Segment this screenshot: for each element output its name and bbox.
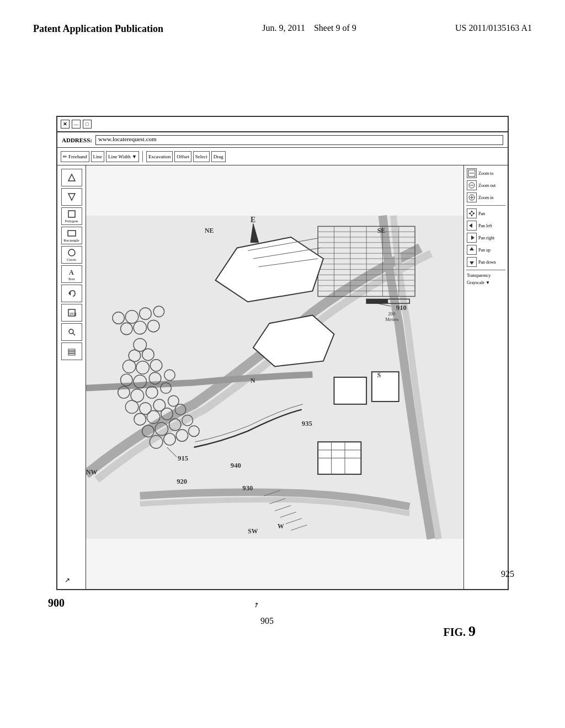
map-area: E NE SE NW SW S N W	[86, 165, 463, 589]
svg-point-4	[68, 249, 75, 256]
toolbar-excavation[interactable]: Excavation	[146, 151, 173, 162]
tool-grayscale[interactable]: Grayscale ▼	[466, 280, 505, 286]
fig-text: FIG.	[443, 626, 468, 638]
patent-figure: ✕ — □ ADDRESS: www.locaterequest.com ✏Fr…	[45, 105, 520, 656]
svg-rect-53	[334, 377, 366, 404]
svg-marker-0	[68, 174, 75, 181]
zoom-in-icon	[467, 192, 477, 202]
sheet-info: Sheet 9 of 9	[314, 23, 356, 33]
zoom-in-label: Zoom in	[478, 195, 493, 200]
pan-left-icon	[467, 221, 477, 231]
figure-label: FIG. 9	[443, 623, 476, 640]
tool-pan-up[interactable]: Pan up	[466, 244, 505, 255]
svg-marker-25	[469, 223, 472, 228]
svg-marker-22	[471, 215, 473, 217]
toolbar-select[interactable]: Select	[193, 151, 210, 162]
figure-container: ✕ — □ ADDRESS: www.locaterequest.com ✏Fr…	[33, 88, 532, 673]
tool-undo[interactable]	[61, 285, 82, 302]
svg-rect-11	[68, 349, 75, 351]
address-input[interactable]: www.locaterequest.com	[95, 135, 503, 145]
tool-circle[interactable]: Circle	[61, 246, 82, 264]
map-svg: E NE SE NW SW S N W	[86, 165, 463, 589]
page-header: Patent Application Publication Jun. 9, 2…	[33, 22, 532, 36]
toolbar-offset[interactable]: Offset	[174, 151, 191, 162]
grayscale-label: Grayscale ▼	[467, 280, 490, 285]
pan-right-icon	[467, 233, 477, 243]
zoom-out-label: Zoom out	[478, 183, 495, 188]
zoom-to-label: Zoom to	[478, 171, 493, 176]
right-sidebar: Zoom to Zoom out Zoom in	[463, 165, 508, 589]
tool-pan-right[interactable]: Pan right	[466, 232, 505, 243]
svg-marker-28	[470, 261, 474, 265]
svg-rect-13	[68, 354, 75, 355]
pan-icon	[467, 208, 477, 218]
svg-text:A: A	[69, 269, 74, 276]
toolbar-sep-1	[142, 151, 143, 162]
toolbar: ✏Freehand Line Line Width ▼ Excavation O…	[57, 148, 508, 165]
svg-text:915: 915	[178, 454, 188, 462]
close-button[interactable]: ✕	[61, 120, 70, 129]
toolbar-freehand[interactable]: ✏Freehand	[61, 151, 89, 162]
publication-date-sheet: Jun. 9, 2011 Sheet 9 of 9	[262, 22, 356, 34]
tool-text[interactable]: A Text	[61, 265, 82, 283]
pan-up-icon	[467, 245, 477, 255]
tool-pan-left[interactable]: Pan left	[466, 220, 505, 231]
publication-date: Jun. 9, 2011	[262, 23, 305, 33]
tool-zoom-out[interactable]: Zoom out	[466, 180, 505, 191]
svg-text:E: E	[250, 216, 255, 224]
svg-point-9	[69, 329, 73, 334]
svg-text:SW: SW	[248, 528, 258, 535]
ref-900-arrow: ↗	[65, 576, 70, 585]
svg-rect-3	[68, 231, 76, 236]
pan-down-icon	[467, 257, 477, 267]
svg-text:920: 920	[177, 478, 187, 485]
title-bar: ✕ — □	[57, 117, 508, 132]
svg-text:W: W	[278, 523, 284, 530]
transparency-label: Transparency	[467, 273, 491, 278]
svg-marker-27	[470, 247, 474, 250]
tool-arrow-up[interactable]	[61, 169, 82, 186]
zoom-out-icon	[467, 180, 477, 190]
svg-rect-54	[372, 372, 399, 402]
tool-pan-down[interactable]: Pan down	[466, 256, 505, 267]
tool-transparency[interactable]: Transparency	[466, 272, 505, 279]
pan-up-label: Pan up	[478, 248, 491, 253]
address-bar: ADDRESS: www.locaterequest.com	[57, 132, 508, 148]
ref-925: 925	[501, 569, 514, 579]
toolbar-drag[interactable]: Drag	[211, 151, 226, 162]
app-window: ✕ — □ ADDRESS: www.locaterequest.com ✏Fr…	[56, 116, 509, 590]
svg-text:N: N	[250, 377, 255, 384]
svg-rect-12	[68, 351, 75, 353]
svg-text:930: 930	[242, 484, 253, 492]
maximize-button[interactable]: □	[83, 120, 92, 129]
svg-line-10	[73, 333, 75, 335]
tool-zoom-in[interactable]: Zoom in	[466, 192, 505, 203]
toolbar-line[interactable]: Line	[91, 151, 105, 162]
pan-down-label: Pan down	[478, 260, 496, 265]
pan-left-label: Pan left	[478, 223, 492, 228]
tool-layers[interactable]	[61, 342, 82, 360]
tool-polygon[interactable]: Polygon	[61, 207, 82, 225]
svg-marker-24	[473, 212, 475, 215]
tool-rectangle[interactable]: Rectangle	[61, 227, 82, 244]
svg-text:SE: SE	[377, 227, 386, 234]
svg-rect-98	[366, 299, 388, 303]
ref-900: 900	[48, 597, 65, 609]
minimize-button[interactable]: —	[72, 120, 81, 129]
fig-number: 9	[468, 623, 476, 639]
toolbar-linewidth[interactable]: Line Width ▼	[106, 151, 139, 162]
svg-text:Meters: Meters	[385, 317, 399, 322]
tool-zoom-to[interactable]: Zoom to	[466, 168, 505, 179]
tool-search[interactable]	[61, 323, 82, 341]
tool-arrow-down[interactable]	[61, 188, 82, 206]
svg-text:NW: NW	[86, 469, 97, 476]
tool-stop[interactable]: stop	[61, 304, 82, 322]
svg-text:NE: NE	[205, 227, 214, 234]
svg-text:stop: stop	[70, 311, 76, 316]
zoom-to-icon	[467, 168, 477, 178]
tool-pan[interactable]: Pan	[466, 208, 505, 219]
svg-marker-1	[68, 194, 75, 200]
svg-text:S: S	[377, 372, 381, 379]
svg-marker-26	[471, 235, 475, 240]
svg-text:910: 910	[396, 304, 407, 312]
